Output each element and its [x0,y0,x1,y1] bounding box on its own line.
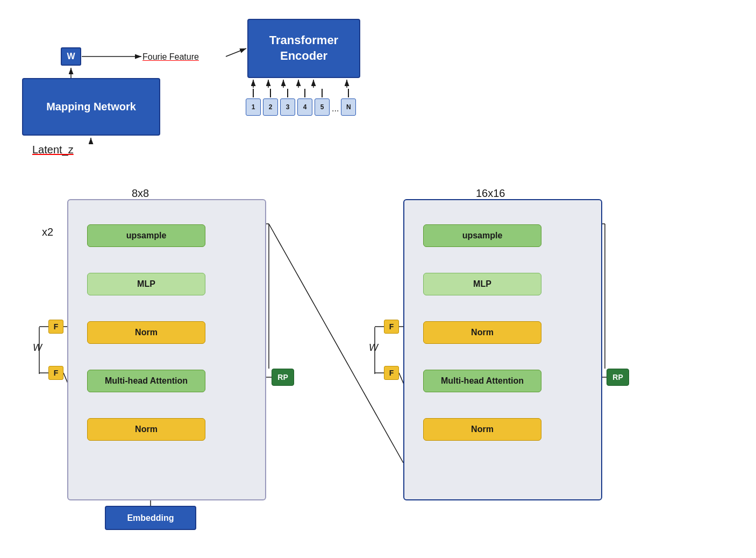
block-8x8-container: upsample MLP Norm Multi-head Attention N… [67,199,266,500]
embedding-box: Embedding [105,506,196,530]
mlp-layer-8: MLP [87,273,205,295]
w-label-8: W [33,342,42,354]
f-upper-box-8: F [48,320,63,334]
rp-box-16: RP [607,369,629,386]
token-4: 4 [297,98,312,116]
norm-upper-layer-16: Norm [423,321,541,344]
norm-upper-layer-8: Norm [87,321,205,344]
upsample-layer-8: upsample [87,224,205,247]
mha-layer-8: Multi-head Attention [87,370,205,392]
w-label-16: W [369,342,378,354]
resolution-label-16x16: 16x16 [476,187,505,200]
token-row: 1 2 3 4 5 ... N [246,89,356,116]
svg-line-38 [269,224,403,463]
token-3: 3 [280,98,295,116]
block-16x16-container: upsample MLP Norm Multi-head Attention N… [403,199,602,500]
f-lower-box-8: F [48,366,63,380]
mlp-layer-16: MLP [423,273,541,295]
f-lower-box-16: F [384,366,399,380]
token-5: 5 [315,98,330,116]
token-dots: ... [332,104,339,114]
resolution-label-8x8: 8x8 [132,187,149,200]
diagram-container: Mapping Network W Latent_z Fourie Featur… [0,0,756,558]
latent-z-label: Latent_z [32,144,74,156]
mapping-network-label: Mapping Network [46,101,136,113]
fourier-feature-label: Fourie Feature [142,52,199,62]
norm-lower-layer-8: Norm [87,418,205,441]
mapping-network-box: Mapping Network [22,78,160,136]
x2-label: x2 [42,226,53,238]
upsample-layer-16: upsample [423,224,541,247]
token-n: N [341,98,356,116]
rp-box-8: RP [272,369,294,386]
norm-lower-layer-16: Norm [423,418,541,441]
w-box-top: W [61,47,81,66]
svg-line-5 [226,48,246,56]
mha-layer-16: Multi-head Attention [423,370,541,392]
token-1: 1 [246,98,261,116]
f-upper-box-16: F [384,320,399,334]
transformer-encoder-box: Transformer Encoder [247,19,360,78]
w-box-top-label: W [67,52,75,61]
token-2: 2 [263,98,278,116]
transformer-encoder-label: Transformer Encoder [269,33,338,63]
